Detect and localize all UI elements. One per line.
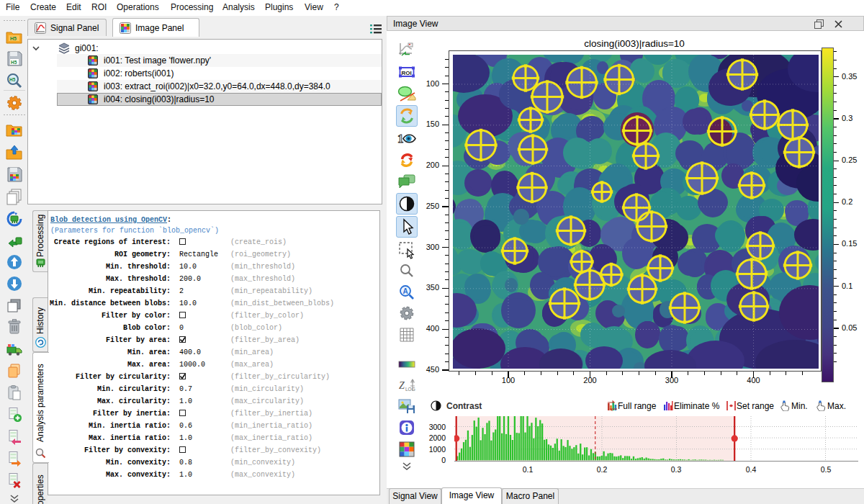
- svg-text:Z: Z: [399, 380, 405, 391]
- svg-text:H5: H5: [10, 36, 17, 41]
- svg-text:H5: H5: [9, 77, 16, 82]
- svg-text:A: A: [403, 287, 408, 295]
- svg-text:LOG: LOG: [405, 387, 415, 392]
- svg-text:ROI: ROI: [402, 70, 412, 76]
- svg-text:H5: H5: [11, 60, 17, 65]
